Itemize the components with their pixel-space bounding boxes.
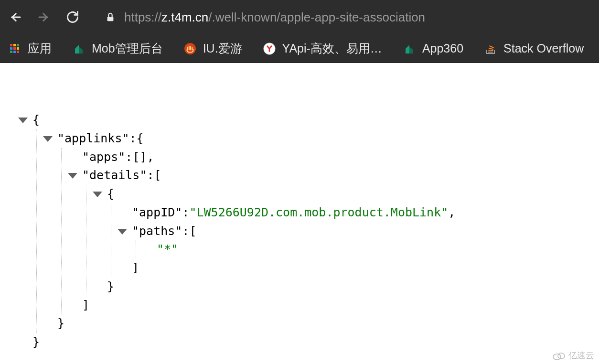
cloud-icon (552, 351, 566, 360)
json-value: "LW5266U92D.com.mob.product.MobLink" (189, 203, 448, 222)
bookmark-iu[interactable]: IU.爱游 (184, 41, 242, 56)
hand-icon (184, 43, 196, 55)
svg-point-24 (558, 353, 565, 359)
browser-toolbar: https://z.t4m.cn/.well-known/apple-app-s… (0, 0, 599, 34)
brace-open: { (137, 129, 144, 148)
bookmark-stackoverflow[interactable]: Stack Overflow (484, 42, 584, 55)
collapse-toggle[interactable] (43, 136, 53, 142)
brace-open: { (32, 111, 40, 129)
svg-rect-8 (17, 47, 19, 50)
bookmark-label: YApi-高效、易用… (282, 41, 382, 56)
bracket-open: [ (154, 166, 161, 185)
svg-rect-6 (10, 47, 12, 50)
bookmark-label: Mob管理后台 (92, 41, 163, 56)
bracket-close: ] (132, 259, 139, 278)
brace-open: { (107, 185, 114, 203)
bookmark-mob[interactable]: Mob管理后台 (73, 41, 163, 56)
svg-rect-9 (10, 51, 12, 53)
svg-marker-18 (409, 47, 413, 54)
brace-close: } (32, 333, 40, 352)
bookmark-apps[interactable]: 应用 (9, 41, 52, 56)
collapse-toggle[interactable] (93, 192, 102, 197)
svg-rect-3 (10, 44, 12, 46)
bracket-close: ] (82, 296, 89, 315)
watermark: 亿速云 (552, 350, 594, 361)
bookmark-yapi[interactable]: YApi-高效、易用… (263, 41, 382, 56)
svg-rect-7 (13, 47, 16, 50)
arrow-right-icon (37, 10, 51, 24)
building-icon (403, 43, 416, 55)
url-text: https://z.t4m.cn/.well-known/apple-app-s… (124, 10, 425, 25)
bookmark-app360[interactable]: App360 (403, 42, 463, 55)
bookmarks-bar: 应用 Mob管理后台 IU.爱游 YApi-高效、易用… App360 Stac… (0, 34, 599, 63)
svg-rect-10 (13, 51, 16, 53)
reload-button[interactable] (62, 7, 83, 28)
svg-rect-4 (13, 44, 16, 46)
svg-rect-21 (489, 47, 493, 49)
url-host: z.t4m.cn (161, 10, 208, 24)
json-key: "details" (82, 166, 147, 185)
url-bar[interactable]: https://z.t4m.cn/.well-known/apple-app-s… (91, 10, 594, 25)
building-icon (73, 43, 85, 55)
json-key: "appID" (132, 203, 182, 222)
apps-grid-icon (9, 43, 21, 55)
svg-rect-19 (488, 52, 493, 53)
svg-rect-22 (489, 45, 494, 48)
collapse-toggle[interactable] (18, 118, 28, 123)
brace-close: } (107, 278, 114, 296)
svg-rect-11 (17, 51, 19, 53)
svg-rect-2 (107, 17, 114, 21)
bookmark-label: App360 (422, 42, 463, 55)
svg-rect-20 (488, 50, 493, 51)
bookmark-label: IU.爱游 (203, 41, 242, 56)
url-scheme: https:// (124, 10, 161, 24)
svg-point-23 (553, 354, 561, 360)
svg-marker-12 (75, 45, 79, 54)
json-viewer: { "applinks": { "apps": [], "details": [ (0, 63, 599, 361)
bookmark-label: 应用 (28, 41, 52, 56)
svg-rect-5 (17, 44, 19, 46)
watermark-text: 亿速云 (568, 350, 594, 361)
back-button[interactable] (5, 7, 26, 28)
svg-marker-13 (79, 47, 83, 54)
bookmark-label: Stack Overflow (503, 42, 584, 55)
reload-icon (66, 11, 79, 24)
stack-icon (484, 43, 497, 55)
json-key: "apps" (82, 148, 125, 167)
url-path: /.well-known/apple-app-site-association (208, 10, 425, 24)
collapse-toggle[interactable] (118, 229, 127, 235)
json-value: "*" (157, 240, 178, 259)
json-key: "applinks" (57, 129, 129, 148)
collapse-toggle[interactable] (68, 173, 77, 179)
json-key: "paths" (132, 222, 182, 241)
arrow-left-icon (8, 10, 22, 24)
svg-marker-17 (406, 45, 409, 54)
brace-close: } (57, 314, 64, 333)
bracket-open: [ (189, 222, 196, 241)
json-value: [] (132, 148, 147, 167)
y-circle-icon (263, 43, 276, 55)
forward-button[interactable] (33, 7, 54, 28)
lock-icon (105, 12, 116, 22)
